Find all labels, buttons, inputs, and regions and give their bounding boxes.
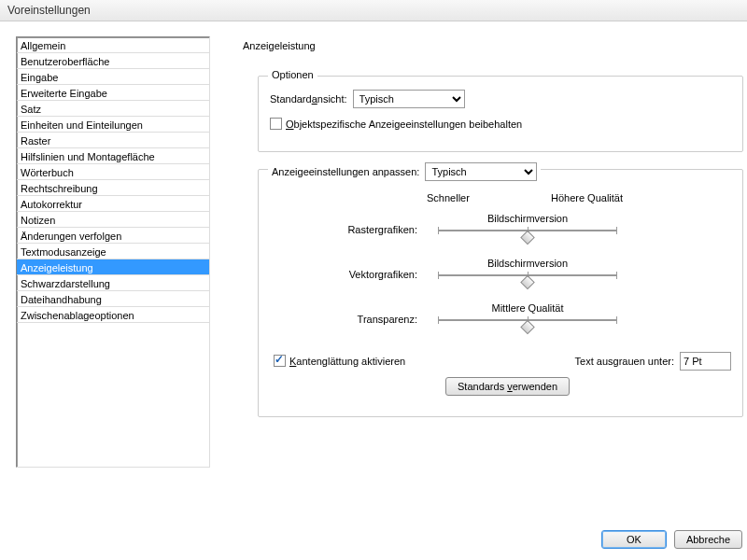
cancel-button[interactable]: Abbreche [674, 530, 742, 549]
greek-text-input[interactable] [680, 352, 731, 371]
vector-label: Vektorgrafiken: [259, 269, 417, 280]
scale-right-label: Höhere Qualität [551, 192, 623, 203]
preserve-object-checkbox[interactable] [270, 118, 282, 130]
adjust-legend: Anzeigeeinstellungen anpassen: Typisch [268, 162, 541, 181]
sidebar-item[interactable]: Anzeigeleistung [17, 259, 209, 275]
raster-slider[interactable] [434, 227, 621, 244]
sidebar-item[interactable]: Zwischenablageoptionen [17, 307, 209, 323]
sidebar-item[interactable]: Schwarzdarstellung [17, 275, 209, 291]
dialog-footer: OK Abbreche [601, 530, 742, 549]
sidebar-item[interactable]: Eingabe [17, 69, 209, 85]
sidebar-item[interactable]: Wörterbuch [17, 164, 209, 180]
sidebar-item[interactable]: Änderungen verfolgen [17, 228, 209, 244]
window-title: Voreinstellungen [7, 4, 91, 17]
transparency-slider[interactable] [434, 316, 621, 333]
panel-title: Anzeigeleistung [243, 40, 316, 51]
sidebar-item[interactable]: Einheiten und Einteilungen [17, 117, 209, 133]
adjust-group: Anzeigeeinstellungen anpassen: Typisch S… [258, 169, 743, 417]
options-legend: Optionen [268, 69, 317, 80]
raster-caption: Bildschirmversion [434, 213, 621, 224]
transparency-caption: Mittlere Qualität [434, 302, 621, 314]
sidebar-item[interactable]: Rechtschreibung [17, 180, 209, 196]
sidebar-item[interactable]: Notizen [17, 212, 209, 228]
sidebar-item[interactable]: Dateihandhabung [17, 291, 209, 307]
use-defaults-button[interactable]: Standards verwenden [445, 377, 570, 396]
antialias-checkbox[interactable] [274, 355, 286, 367]
raster-label: Rastergrafiken: [259, 224, 417, 235]
default-view-select[interactable]: Typisch [353, 90, 465, 108]
sidebar-item[interactable]: Benutzeroberfläche [17, 53, 209, 69]
adjust-preset-select[interactable]: Typisch [425, 162, 537, 181]
transparency-label: Transparenz: [259, 314, 417, 325]
preserve-object-label: Objektspezifische Anzeigeeinstellungen b… [286, 119, 522, 130]
options-group: Optionen Standardansicht: Typisch Objekt… [258, 76, 743, 152]
sidebar-item[interactable]: Satz [17, 101, 209, 117]
antialias-label: Kantenglättung aktivieren [289, 356, 405, 367]
sidebar-item[interactable]: Hilfslinien und Montagefläche [17, 148, 209, 164]
sidebar-item[interactable]: Textmodusanzeige [17, 244, 209, 259]
sidebar-item[interactable]: Erweiterte Eingabe [17, 85, 209, 101]
ok-button[interactable]: OK [601, 530, 667, 549]
sidebar-item[interactable]: Allgemein [17, 37, 209, 53]
category-sidebar: AllgemeinBenutzeroberflächeEingabeErweit… [16, 36, 210, 468]
default-view-label: Standardansicht: [270, 93, 347, 105]
scale-left-label: Schneller [427, 192, 470, 203]
vector-slider[interactable] [434, 272, 621, 288]
window-titlebar: Voreinstellungen [0, 0, 747, 21]
sidebar-item[interactable]: Autokorrektur [17, 196, 209, 212]
vector-caption: Bildschirmversion [434, 258, 621, 269]
greek-text-label: Text ausgrauen unter: [575, 356, 674, 367]
sidebar-item[interactable]: Raster [17, 133, 209, 148]
